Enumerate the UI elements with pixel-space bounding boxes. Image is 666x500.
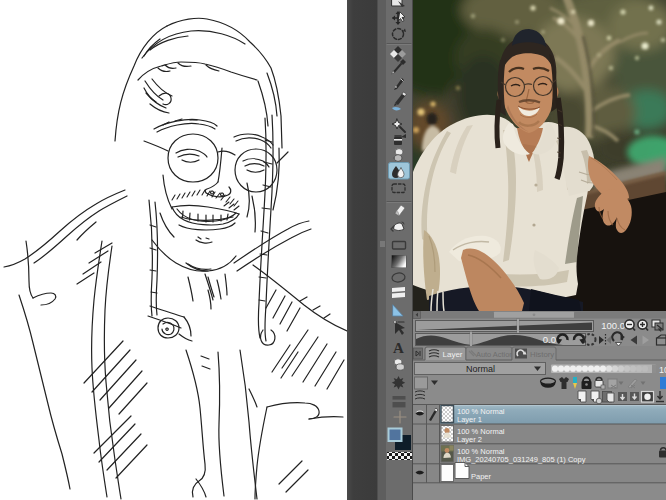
- svg-text:10: 10: [659, 365, 666, 375]
- svg-text:Auto Action: Auto Action: [476, 350, 513, 359]
- svg-text:100.0: 100.0: [601, 320, 625, 331]
- svg-text:Layer 2: Layer 2: [457, 435, 482, 444]
- svg-text:Normal: Normal: [466, 364, 495, 374]
- svg-text:IMG_20240705_031249_805 (1) Co: IMG_20240705_031249_805 (1) Copy: [457, 455, 586, 464]
- svg-text:History: History: [530, 350, 554, 359]
- svg-text:0.0: 0.0: [543, 334, 556, 345]
- svg-text:Layer: Layer: [443, 350, 463, 359]
- svg-text:A: A: [393, 340, 404, 356]
- svg-text:Paper: Paper: [471, 472, 492, 481]
- svg-text:Layer 1: Layer 1: [457, 415, 482, 424]
